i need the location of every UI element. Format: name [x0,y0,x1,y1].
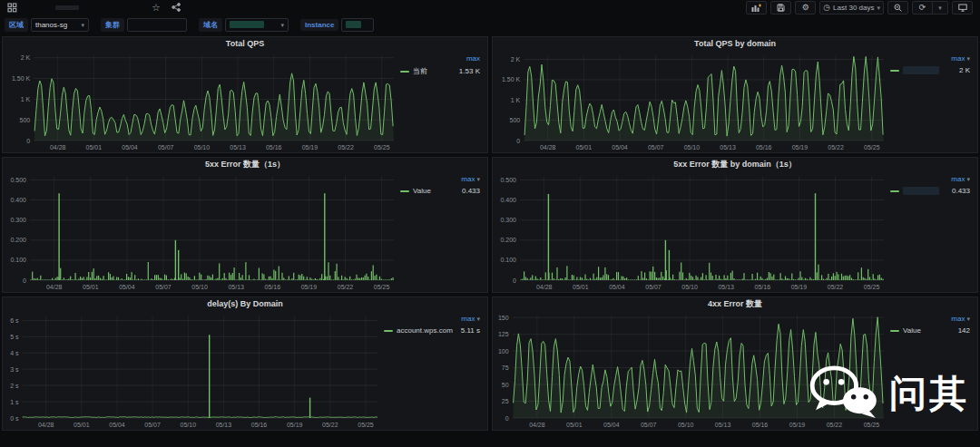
svg-text:05/22: 05/22 [338,144,354,151]
svg-text:0: 0 [26,138,30,144]
legend-sort-max[interactable]: max▾ [890,54,970,63]
variable-cluster-input[interactable] [127,18,187,32]
legend-row[interactable]: 0.433 [890,187,970,195]
chevron-down-icon: ▾ [966,316,970,322]
svg-text:05/16: 05/16 [251,422,268,428]
svg-text:05/10: 05/10 [191,284,208,290]
panel-total-qps-by-domain: Total QPS by domain 05001 K1.50 K2 K04/2… [492,36,978,153]
svg-text:05/01: 05/01 [573,284,589,290]
svg-text:4 s: 4 s [10,350,19,356]
svg-text:25: 25 [502,398,509,404]
legend-sort-max[interactable]: max▾ [400,175,480,183]
chevron-down-icon: ▾ [280,22,284,28]
legend-row[interactable]: account.wps.com 5.11 s [384,326,480,335]
star-icon[interactable]: ☆ [152,3,161,13]
svg-text:05/01: 05/01 [86,144,103,151]
svg-text:05/04: 05/04 [612,144,628,151]
svg-text:05/07: 05/07 [641,422,657,428]
legend: max▾ 0.433 [888,170,977,292]
kiosk-mode-button[interactable] [952,1,973,15]
dashboard-grid-icon[interactable] [7,3,17,13]
svg-text:05/04: 05/04 [609,284,625,290]
svg-text:05/22: 05/22 [828,284,844,290]
series-max-value: 0.433 [462,187,480,195]
panel-total-qps: Total QPS 05001 K1.50 K2 K04/2805/0105/0… [2,36,488,153]
variable-instance-value-redacted [346,21,361,28]
svg-text:04/28: 04/28 [50,144,66,151]
chevron-down-icon: ▾ [81,22,84,28]
svg-text:05/13: 05/13 [720,144,736,151]
svg-text:05/25: 05/25 [864,284,880,290]
svg-text:05/07: 05/07 [158,144,174,151]
svg-text:05/16: 05/16 [755,284,771,290]
legend-row[interactable]: Value 0.433 [400,187,480,195]
save-dashboard-button[interactable] [770,1,791,15]
panel-title[interactable]: Total QPS [3,37,487,49]
legend-sort-max[interactable]: max▾ [890,175,970,183]
svg-text:05/19: 05/19 [792,144,808,151]
legend-row[interactable]: 当前 1.53 K [400,66,480,76]
panel-title[interactable]: 4xx Error 数量 [493,297,977,309]
panel-title[interactable]: 5xx Error 数量（1s） [3,158,487,170]
svg-text:05/13: 05/13 [230,144,246,151]
legend-sort-max[interactable]: max [400,54,480,63]
svg-text:75: 75 [502,364,509,371]
time-range-label: Last 30 days [833,4,874,12]
share-icon[interactable] [172,3,181,12]
svg-text:05/22: 05/22 [338,284,354,290]
svg-text:05/01: 05/01 [576,144,593,151]
legend-row[interactable]: 2 K [890,66,970,74]
zoom-out-button[interactable] [887,1,908,15]
panel-title[interactable]: delay(s) By Domain [3,297,487,309]
time-range-picker[interactable]: ◷ Last 30 days ▾ [819,1,884,15]
panel-title[interactable]: 5xx Error 数量 by domain（1s） [493,158,977,170]
svg-text:0.100: 0.100 [10,257,26,263]
settings-gear-icon: ⚙ [802,4,809,12]
series-label-redacted [903,187,939,195]
panel-5xx-error-by-domain: 5xx Error 数量 by domain（1s） 00.1000.2000.… [492,157,978,293]
svg-text:0 s: 0 s [10,415,19,422]
series-max-value: 1.53 K [459,67,480,75]
variable-instance-input[interactable] [341,18,374,32]
svg-text:05/10: 05/10 [684,144,701,151]
chart-5xx-error[interactable]: 00.1000.2000.3000.4000.50004/2805/0105/0… [3,170,398,292]
svg-text:2 K: 2 K [21,54,31,61]
watermark: 问其 [808,364,969,423]
legend-sort-max[interactable]: max▾ [890,315,970,323]
add-panel-button[interactable] [746,1,767,15]
chart-total-qps[interactable]: 05001 K1.50 K2 K04/2805/0105/0405/0705/1… [3,49,398,152]
variable-domain-dropdown[interactable]: ▾ [225,18,289,32]
toolbar-right: ⚙ ◷ Last 30 days ▾ ⟳ ▾ [746,1,973,15]
chevron-down-icon: ▾ [966,176,970,182]
watermark-text: 问其 [889,375,969,413]
dashboard-settings-button[interactable]: ⚙ [795,1,816,15]
svg-text:0: 0 [516,138,520,144]
svg-text:05/25: 05/25 [374,284,390,290]
refresh-interval-dropdown[interactable]: ▾ [933,1,948,15]
svg-text:0.300: 0.300 [10,217,26,223]
chevron-down-icon: ▾ [966,55,970,62]
svg-text:0: 0 [23,277,26,284]
svg-text:05/10: 05/10 [678,422,694,428]
svg-text:04/28: 04/28 [529,422,545,428]
chart-total-qps-by-domain[interactable]: 05001 K1.50 K2 K04/2805/0105/0405/0705/1… [493,49,888,152]
svg-text:05/13: 05/13 [228,284,244,290]
svg-text:05/10: 05/10 [681,284,698,290]
legend-sort-max[interactable]: max▾ [384,315,480,323]
variable-region-label: 区域 [5,18,28,32]
svg-text:0.100: 0.100 [500,257,516,263]
series-color-swatch [890,70,899,72]
chart-5xx-error-by-domain[interactable]: 00.1000.2000.3000.4000.50004/2805/0105/0… [493,170,888,292]
svg-text:05/13: 05/13 [718,284,734,290]
panel-title[interactable]: Total QPS by domain [493,37,977,49]
refresh-button[interactable]: ⟳ [912,1,933,15]
svg-text:0.400: 0.400 [500,197,516,203]
chart-delay-by-domain[interactable]: 0 s1 s2 s3 s4 s5 s6 s04/2805/0105/0405/0… [3,309,382,430]
series-label-redacted [903,66,939,74]
svg-text:0: 0 [505,415,509,422]
series-max-value: 142 [958,326,970,335]
series-max-value: 2 K [959,66,970,74]
legend-row[interactable]: Value 142 [890,326,970,335]
variable-region-dropdown[interactable]: thanos-sg ▾ [31,18,89,32]
svg-text:0.500: 0.500 [10,177,26,183]
